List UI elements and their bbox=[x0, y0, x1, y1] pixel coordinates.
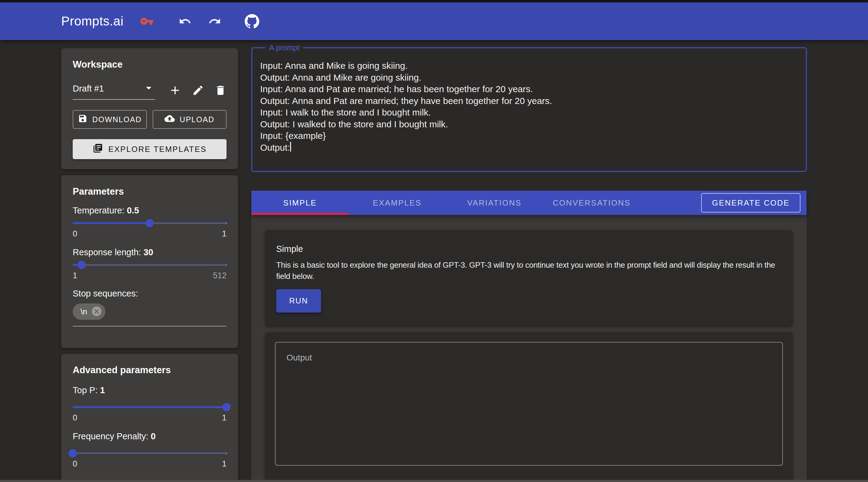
library-icon bbox=[93, 143, 103, 155]
simple-card-heading: Simple bbox=[276, 244, 782, 254]
slider-fill bbox=[73, 406, 226, 408]
redo-button[interactable] bbox=[208, 15, 221, 28]
chip-label: \n bbox=[81, 307, 87, 316]
save-icon bbox=[78, 114, 88, 125]
temperature-slider-thumb[interactable] bbox=[146, 219, 154, 227]
workspace-io-row: DOWNLOAD UPLOAD bbox=[73, 110, 226, 129]
download-label: DOWNLOAD bbox=[92, 115, 142, 124]
frequency-penalty-slider-thumb[interactable] bbox=[69, 449, 77, 457]
response-length-slider-thumb[interactable] bbox=[77, 261, 85, 269]
explore-templates-label: EXPLORE TEMPLATES bbox=[108, 145, 207, 154]
draft-select-row: Draft #1 bbox=[73, 82, 226, 100]
tab-simple[interactable]: SIMPLE bbox=[251, 191, 349, 215]
top-p-slider[interactable] bbox=[73, 403, 226, 412]
prompt-text[interactable]: Input: Anna and Mike is going skiing. Ou… bbox=[260, 61, 552, 152]
draft-select[interactable]: Draft #1 bbox=[73, 82, 155, 100]
temperature-range-labels: 01 bbox=[73, 229, 226, 239]
delete-workspace-button[interactable] bbox=[214, 84, 226, 97]
rename-workspace-button[interactable] bbox=[192, 84, 204, 97]
response-length-range-labels: 1512 bbox=[73, 271, 226, 281]
slider-rail bbox=[73, 264, 226, 266]
github-link[interactable] bbox=[245, 14, 259, 28]
app-bar: Prompts.ai bbox=[0, 2, 868, 40]
explore-templates-button[interactable]: EXPLORE TEMPLATES bbox=[73, 139, 226, 159]
trash-icon bbox=[214, 84, 226, 97]
horizontal-scrollbar[interactable] bbox=[0, 480, 868, 482]
upload-label: UPLOAD bbox=[180, 115, 214, 124]
advanced-parameters-panel: Advanced parameters Top P:1 01 Frequency… bbox=[61, 354, 238, 482]
run-button[interactable]: RUN bbox=[276, 289, 321, 313]
cloud-upload-icon bbox=[164, 113, 175, 125]
window-top-edge bbox=[0, 0, 868, 2]
prompt-field[interactable]: A prompt Input: Anna and Mike is going s… bbox=[251, 44, 807, 172]
upload-button[interactable]: UPLOAD bbox=[153, 110, 227, 129]
parameters-heading: Parameters bbox=[73, 186, 226, 197]
add-workspace-button[interactable] bbox=[168, 84, 182, 98]
chevron-down-icon bbox=[142, 82, 155, 95]
simple-tab-panel: Simple This is a basic tool to explore t… bbox=[251, 215, 807, 482]
output-field[interactable]: Output bbox=[275, 342, 783, 465]
prompts-ai-app: Prompts.ai Workspace Draft #1 bbox=[0, 0, 868, 482]
undo-button[interactable] bbox=[179, 15, 191, 28]
key-icon bbox=[140, 14, 154, 28]
output-card: Output bbox=[265, 332, 793, 480]
tab-conversations[interactable]: CONVERSATIONS bbox=[543, 191, 640, 215]
api-key-button[interactable] bbox=[140, 14, 154, 28]
text-cursor bbox=[290, 142, 291, 151]
simple-card: Simple This is a basic tool to explore t… bbox=[265, 230, 793, 326]
github-icon bbox=[245, 14, 259, 28]
stop-sequences-input[interactable]: \n bbox=[73, 304, 226, 327]
pencil-icon bbox=[192, 84, 204, 97]
response-length-slider[interactable] bbox=[73, 261, 226, 269]
frequency-penalty-label: Frequency Penalty:0 bbox=[73, 431, 226, 442]
advanced-parameters-heading: Advanced parameters bbox=[73, 365, 226, 376]
top-p-range-labels: 01 bbox=[73, 413, 226, 423]
draft-select-value: Draft #1 bbox=[73, 84, 104, 94]
app-title: Prompts.ai bbox=[61, 14, 124, 28]
mode-tab-bar: SIMPLE EXAMPLES VARIATIONS CONVERSATIONS… bbox=[251, 191, 807, 215]
frequency-penalty-range-labels: 01 bbox=[73, 459, 226, 469]
plus-icon bbox=[168, 84, 182, 98]
response-length-label: Response length:30 bbox=[73, 247, 226, 258]
simple-card-description: This is a basic tool to explore the gene… bbox=[276, 259, 782, 282]
tab-examples[interactable]: EXAMPLES bbox=[349, 191, 446, 215]
redo-icon bbox=[208, 15, 221, 28]
slider-rail bbox=[73, 453, 226, 454]
prompt-field-label: A prompt bbox=[266, 44, 303, 52]
generate-code-button[interactable]: GENERATE CODE bbox=[701, 193, 801, 212]
undo-icon bbox=[179, 15, 191, 28]
workspace-panel: Workspace Draft #1 bbox=[61, 48, 238, 169]
stop-sequences-label: Stop sequences: bbox=[73, 289, 226, 299]
tab-variations[interactable]: VARIATIONS bbox=[446, 191, 543, 215]
temperature-slider[interactable] bbox=[73, 219, 226, 227]
close-circle-icon bbox=[91, 306, 102, 318]
download-button[interactable]: DOWNLOAD bbox=[73, 110, 147, 129]
frequency-penalty-slider[interactable] bbox=[73, 449, 226, 457]
temperature-label: Temperature:0.5 bbox=[73, 205, 226, 216]
output-field-label: Output bbox=[286, 353, 312, 363]
stop-sequence-chip: \n bbox=[73, 304, 105, 320]
top-p-slider-thumb[interactable] bbox=[223, 403, 231, 412]
slider-fill bbox=[73, 222, 150, 224]
chip-remove-button[interactable] bbox=[91, 306, 102, 318]
parameters-panel: Parameters Temperature:0.5 01 Response l… bbox=[61, 175, 238, 348]
workspace-heading: Workspace bbox=[73, 59, 226, 70]
top-p-label: Top P:1 bbox=[73, 385, 226, 396]
